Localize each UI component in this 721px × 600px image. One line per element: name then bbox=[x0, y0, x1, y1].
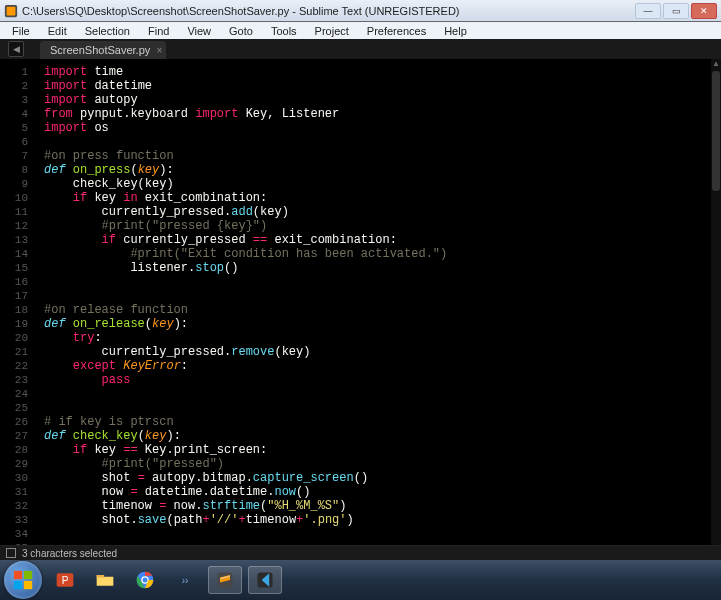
maximize-button[interactable]: ▭ bbox=[663, 3, 689, 19]
code-line[interactable]: import os bbox=[44, 121, 705, 135]
menu-selection[interactable]: Selection bbox=[77, 24, 138, 38]
code-line[interactable]: except KeyError: bbox=[44, 359, 705, 373]
tab-history-back-icon[interactable]: ◀ bbox=[8, 41, 24, 57]
line-number: 1 bbox=[0, 65, 34, 79]
svg-rect-8 bbox=[97, 575, 105, 578]
menu-goto[interactable]: Goto bbox=[221, 24, 261, 38]
svg-rect-3 bbox=[24, 571, 32, 579]
selection-status: 3 characters selected bbox=[22, 548, 117, 559]
line-number: 20 bbox=[0, 331, 34, 345]
line-number: 14 bbox=[0, 247, 34, 261]
code-line[interactable]: shot.save(path+'//'+timenow+'.png') bbox=[44, 513, 705, 527]
line-number: 12 bbox=[0, 219, 34, 233]
code-line[interactable]: #print("pressed {key}") bbox=[44, 219, 705, 233]
menu-tools[interactable]: Tools bbox=[263, 24, 305, 38]
window-titlebar: C:\Users\SQ\Desktop\Screenshot\ScreenSho… bbox=[0, 0, 721, 22]
editor-statusbar: 3 characters selected bbox=[0, 545, 721, 560]
line-number: 18 bbox=[0, 303, 34, 317]
code-line[interactable] bbox=[44, 401, 705, 415]
line-number: 2 bbox=[0, 79, 34, 93]
line-number: 16 bbox=[0, 275, 34, 289]
code-line[interactable] bbox=[44, 387, 705, 401]
code-editor[interactable]: 1234567891011121314151617181920212223242… bbox=[0, 59, 711, 560]
line-number: 30 bbox=[0, 471, 34, 485]
code-line[interactable] bbox=[44, 527, 705, 541]
line-number: 32 bbox=[0, 499, 34, 513]
code-line[interactable]: currently_pressed.remove(key) bbox=[44, 345, 705, 359]
editor-area: ◀ ScreenShotSaver.py × 12345678910111213… bbox=[0, 39, 721, 560]
code-line[interactable]: #on press function bbox=[44, 149, 705, 163]
code-line[interactable]: #print("Exit condition has been activate… bbox=[44, 247, 705, 261]
line-number: 26 bbox=[0, 415, 34, 429]
code-line[interactable]: try: bbox=[44, 331, 705, 345]
app-icon bbox=[4, 4, 18, 18]
code-line[interactable]: timenow = now.strftime("%H_%M_%S") bbox=[44, 499, 705, 513]
menu-edit[interactable]: Edit bbox=[40, 24, 75, 38]
minimize-button[interactable]: — bbox=[635, 3, 661, 19]
code-line[interactable]: import datetime bbox=[44, 79, 705, 93]
code-line[interactable]: if key in exit_combination: bbox=[44, 191, 705, 205]
scroll-up-icon[interactable]: ▲ bbox=[711, 59, 721, 69]
svg-rect-2 bbox=[14, 571, 22, 579]
code-line[interactable]: import autopy bbox=[44, 93, 705, 107]
line-number: 6 bbox=[0, 135, 34, 149]
code-line[interactable] bbox=[44, 275, 705, 289]
window-close-button[interactable]: ✕ bbox=[691, 3, 717, 19]
taskbar-powerpoint[interactable]: P bbox=[48, 566, 82, 594]
taskbar-explorer[interactable] bbox=[88, 566, 122, 594]
code-line[interactable]: import time bbox=[44, 65, 705, 79]
code-line[interactable]: #on release function bbox=[44, 303, 705, 317]
windows-taskbar: P ›› bbox=[0, 560, 721, 600]
line-number-gutter: 1234567891011121314151617181920212223242… bbox=[0, 65, 34, 560]
start-button[interactable] bbox=[4, 561, 42, 599]
code-lines[interactable]: import timeimport datetimeimport autopyf… bbox=[44, 65, 705, 560]
code-line[interactable]: #print("pressed") bbox=[44, 457, 705, 471]
tab-close-icon[interactable]: × bbox=[156, 45, 162, 56]
code-line[interactable]: def on_release(key): bbox=[44, 317, 705, 331]
code-line[interactable]: from pynput.keyboard import Key, Listene… bbox=[44, 107, 705, 121]
line-number: 25 bbox=[0, 401, 34, 415]
line-number: 3 bbox=[0, 93, 34, 107]
line-number: 29 bbox=[0, 457, 34, 471]
scroll-thumb[interactable] bbox=[712, 71, 720, 191]
code-line[interactable]: if key == Key.print_screen: bbox=[44, 443, 705, 457]
windows-logo-icon bbox=[12, 569, 34, 591]
code-line[interactable]: check_key(key) bbox=[44, 177, 705, 191]
line-number: 13 bbox=[0, 233, 34, 247]
tab-file[interactable]: ScreenShotSaver.py × bbox=[40, 41, 166, 59]
taskbar-chrome[interactable] bbox=[128, 566, 162, 594]
menu-view[interactable]: View bbox=[179, 24, 219, 38]
code-line[interactable]: currently_pressed.add(key) bbox=[44, 205, 705, 219]
line-number: 11 bbox=[0, 205, 34, 219]
line-number: 17 bbox=[0, 289, 34, 303]
code-line[interactable] bbox=[44, 135, 705, 149]
line-number: 22 bbox=[0, 359, 34, 373]
menu-file[interactable]: File bbox=[4, 24, 38, 38]
code-line[interactable]: def check_key(key): bbox=[44, 429, 705, 443]
svg-point-11 bbox=[143, 578, 148, 583]
code-line[interactable]: def on_press(key): bbox=[44, 163, 705, 177]
menu-find[interactable]: Find bbox=[140, 24, 177, 38]
code-line[interactable]: now = datetime.datetime.now() bbox=[44, 485, 705, 499]
menu-project[interactable]: Project bbox=[307, 24, 357, 38]
line-number: 19 bbox=[0, 317, 34, 331]
taskbar-vscode[interactable] bbox=[248, 566, 282, 594]
line-number: 24 bbox=[0, 387, 34, 401]
line-number: 33 bbox=[0, 513, 34, 527]
code-line[interactable]: pass bbox=[44, 373, 705, 387]
taskbar-sublime-text[interactable] bbox=[208, 566, 242, 594]
window-title: C:\Users\SQ\Desktop\Screenshot\ScreenSho… bbox=[22, 5, 460, 17]
code-line[interactable]: shot = autopy.bitmap.capture_screen() bbox=[44, 471, 705, 485]
menu-preferences[interactable]: Preferences bbox=[359, 24, 434, 38]
svg-text:P: P bbox=[62, 575, 69, 586]
vertical-scrollbar[interactable]: ▲ ▼ bbox=[711, 59, 721, 560]
tab-bar: ◀ ScreenShotSaver.py × bbox=[0, 39, 721, 59]
code-line[interactable]: listener.stop() bbox=[44, 261, 705, 275]
svg-rect-5 bbox=[24, 581, 32, 589]
code-line[interactable] bbox=[44, 289, 705, 303]
line-number: 9 bbox=[0, 177, 34, 191]
code-line[interactable]: # if key is ptrscn bbox=[44, 415, 705, 429]
menu-help[interactable]: Help bbox=[436, 24, 475, 38]
line-number: 5 bbox=[0, 121, 34, 135]
code-line[interactable]: if currently_pressed == exit_combination… bbox=[44, 233, 705, 247]
